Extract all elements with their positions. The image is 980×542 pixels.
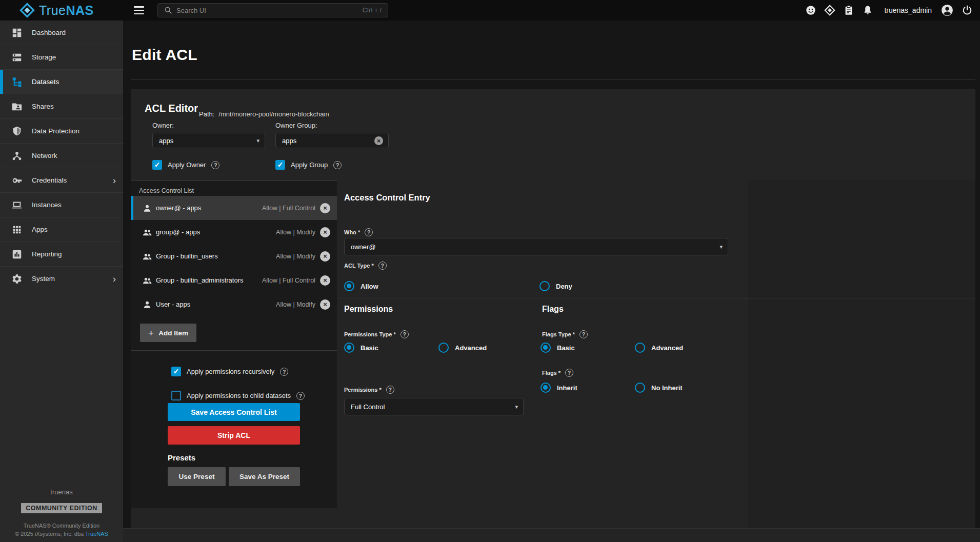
acl-entry-row[interactable]: Group - builtin_users Allow | Modify ×	[131, 244, 337, 268]
owner-select[interactable]: apps ▾	[152, 133, 265, 148]
sidebar-item-dashboard[interactable]: Dashboard	[0, 21, 123, 45]
add-item-button[interactable]: + Add Item	[140, 324, 196, 342]
save-as-preset-button[interactable]: Save As Preset	[229, 467, 300, 486]
help-icon[interactable]: ?	[211, 161, 219, 169]
sidebar-item-reporting[interactable]: Reporting	[0, 242, 123, 267]
menu-toggle-icon[interactable]	[134, 6, 144, 14]
permissions-type-basic-radio[interactable]: Basic	[344, 343, 378, 353]
apply-child-datasets-checkbox-row[interactable]: Apply permissions to child datasets ?	[171, 391, 305, 400]
notifications-bell-icon[interactable]	[862, 5, 873, 16]
sidebar-nav: Dashboard Storage Datasets Shares Data P…	[0, 21, 123, 542]
page-title: Edit ACL	[132, 46, 197, 64]
remove-entry-icon[interactable]: ×	[320, 275, 330, 286]
flags-label: Flags * ?	[542, 369, 573, 377]
clear-icon[interactable]: ×	[374, 136, 383, 145]
ace-right-spacer	[748, 180, 975, 528]
path-value: /mnt/monero-pool/monero-blockchain	[218, 110, 329, 118]
laptop-icon	[11, 199, 23, 211]
strip-acl-button[interactable]: Strip ACL	[168, 426, 300, 445]
remove-entry-icon[interactable]: ×	[320, 227, 330, 237]
sidebar-item-credentials[interactable]: Credentials ›	[0, 168, 123, 193]
ace-summary: Allow | Modify	[276, 229, 320, 236]
sidebar-item-shares[interactable]: Shares	[0, 94, 123, 119]
truenas-logo[interactable]: TrueNAS	[19, 3, 94, 18]
user-avatar-icon[interactable]	[941, 4, 954, 17]
apply-recursively-checkbox-row[interactable]: ✓ Apply permissions recursively ?	[171, 367, 288, 376]
search-input[interactable]	[176, 7, 358, 14]
sidebar-item-instances[interactable]: Instances	[0, 193, 123, 217]
person-icon	[142, 203, 152, 213]
sidebar-item-data-protection[interactable]: Data Protection	[0, 119, 123, 144]
acl-type-allow-radio[interactable]: Allow	[344, 281, 378, 291]
apply-group-checkbox[interactable]: ✓	[275, 160, 285, 170]
apply-child-datasets-checkbox[interactable]	[171, 391, 181, 400]
help-icon[interactable]: ?	[296, 392, 305, 400]
owner-group-input[interactable]: apps ×	[275, 133, 389, 148]
acl-entry-row[interactable]: group@ - apps Allow | Modify ×	[131, 220, 337, 244]
acl-entry-row[interactable]: User - apps Allow | Modify ×	[131, 292, 337, 316]
logo-text-nas: NAS	[66, 3, 93, 17]
bar-chart-icon	[11, 249, 23, 260]
apply-group-checkbox-row[interactable]: ✓ Apply Group ?	[275, 160, 342, 170]
sidebar-item-network[interactable]: Network	[0, 144, 123, 168]
permissions-type-advanced-radio[interactable]: Advanced	[438, 343, 487, 353]
flags-no-inherit-radio[interactable]: No Inherit	[635, 383, 683, 393]
apply-owner-checkbox[interactable]: ✓	[152, 160, 162, 170]
feedback-smiley-icon[interactable]	[805, 5, 816, 16]
permissions-select[interactable]: Full Control ▾	[344, 398, 524, 415]
acl-entries-list: owner@ - apps Allow | Full Control × gro…	[131, 196, 337, 316]
help-icon[interactable]: ?	[565, 369, 573, 377]
ace-summary: Allow | Full Control	[262, 205, 320, 212]
help-icon[interactable]: ?	[280, 368, 288, 376]
sidebar-item-apps[interactable]: Apps	[0, 217, 123, 242]
remove-entry-icon[interactable]: ×	[320, 251, 330, 262]
storage-icon	[11, 52, 23, 63]
key-icon	[11, 175, 23, 186]
datasets-tree-icon	[11, 76, 23, 88]
apply-recursively-checkbox[interactable]: ✓	[171, 367, 181, 376]
help-icon[interactable]: ?	[378, 262, 387, 270]
ace-heading: Access Control Entry	[344, 193, 430, 203]
acl-entry-row[interactable]: Group - builtin_administrators Allow | F…	[131, 268, 337, 292]
sidebar-item-storage[interactable]: Storage	[0, 45, 123, 70]
apply-owner-checkbox-row[interactable]: ✓ Apply Owner ?	[152, 160, 219, 170]
acl-type-deny-radio[interactable]: Deny	[539, 281, 572, 291]
username-label: truenas_admin	[884, 6, 932, 14]
top-bar: TrueNAS Ctrl + /	[0, 0, 980, 21]
power-icon[interactable]	[962, 5, 973, 16]
flags-type-basic-radio[interactable]: Basic	[541, 343, 575, 353]
acl-entry-row[interactable]: owner@ - apps Allow | Full Control ×	[131, 196, 337, 220]
help-icon[interactable]: ?	[579, 330, 588, 338]
save-acl-button[interactable]: Save Access Control List	[168, 403, 300, 421]
permissions-label: Permissions * ?	[344, 386, 394, 394]
who-select[interactable]: owner@ ▾	[344, 238, 728, 255]
remove-entry-icon[interactable]: ×	[320, 203, 330, 213]
sidebar-footer: truenas COMMUNITY EDITION TrueNAS® Commu…	[0, 488, 123, 538]
chevron-down-icon: ▾	[256, 137, 259, 144]
remove-entry-icon[interactable]: ×	[320, 299, 330, 310]
help-icon[interactable]: ?	[365, 228, 373, 236]
chevron-right-icon: ›	[113, 175, 116, 185]
ace-summary: Allow | Modify	[276, 253, 320, 260]
group-icon	[142, 251, 152, 262]
chevron-down-icon: ▾	[515, 404, 518, 410]
sidebar-item-datasets[interactable]: Datasets	[0, 70, 123, 94]
shares-folder-icon	[11, 101, 23, 112]
sidebar-item-system[interactable]: System ›	[0, 267, 123, 291]
jobs-stack-icon[interactable]	[824, 5, 835, 16]
help-icon[interactable]: ?	[386, 386, 394, 394]
flags-type-advanced-radio[interactable]: Advanced	[635, 343, 683, 353]
permissions-type-label: Permissions Type * ?	[344, 330, 409, 338]
truenas-link[interactable]: TrueNAS	[85, 531, 108, 537]
checklist-clipboard-icon[interactable]	[843, 5, 854, 16]
plus-icon: +	[148, 328, 154, 338]
copyright-label: © 2025 iXsystems, Inc. dba TrueNAS	[0, 530, 123, 538]
help-icon[interactable]: ?	[401, 330, 409, 338]
flags-inherit-radio[interactable]: Inherit	[541, 383, 577, 393]
truenas-logo-icon	[19, 3, 35, 18]
global-search[interactable]: Ctrl + /	[157, 3, 388, 17]
help-icon[interactable]: ?	[333, 161, 342, 169]
use-preset-button[interactable]: Use Preset	[168, 467, 226, 486]
access-control-entry-panel: Access Control Entry Who * ? owner@ ▾ AC…	[337, 180, 748, 528]
truenas-edit-acl-screen: TrueNAS Ctrl + /	[0, 0, 980, 542]
